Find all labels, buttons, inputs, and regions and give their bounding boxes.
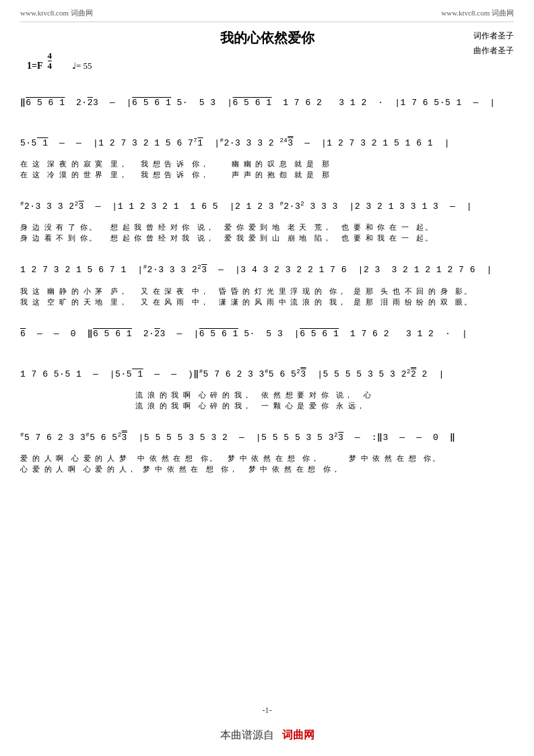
lyric-line-3b: 身 边 看 不 到 你。 想 起 你 曾 经 对 我 说， 爱 我 爱 到 山 …	[20, 233, 514, 243]
page-number: -1-	[0, 705, 534, 716]
header-left: www.ktvc8.com 词曲网	[20, 8, 93, 18]
gap-1	[20, 184, 514, 191]
header-right: www.ktvc8.com 词曲网	[441, 8, 514, 18]
footer-brand: 本曲谱源自 词曲网	[0, 728, 534, 743]
composer: 曲作者圣子	[473, 44, 514, 59]
gap-4	[20, 415, 514, 422]
lyric-line-2a: 在 这 深 夜 的 寂 寞 里， 我 想 告 诉 你， 幽 幽 的 叹 息 就 …	[20, 159, 514, 169]
music-section-1: ‖6 5 6 1 2·23 — |6 5 6 1 5· 5 3 |6 5 6 1…	[20, 77, 514, 118]
key-display: 1=F	[27, 61, 45, 71]
author-info: 词作者圣子 曲作者圣子	[473, 29, 514, 58]
lyric-line-6a: 流 浪 的 我 啊 心 碎 的 我， 依 然 想 要 对 你 说， 心	[20, 390, 514, 400]
lyric-line-6b: 流 浪 的 我 啊 心 碎 的 我， 一 颗 心 是 爱 你 永 远，	[20, 401, 514, 411]
time-signature: 4 4	[48, 51, 53, 71]
footer-text: 本曲谱源自	[220, 729, 274, 741]
music-section-3: #2·3 3 3 223 — |1 1 2 3 2 1 1 6 5 |2 1 2…	[20, 191, 514, 243]
lyric-line-3a: 身 边 没 有 了 你。 想 起 我 曾 经 对 你 说， 爱 你 爱 到 地 …	[20, 222, 514, 232]
title-section: 我的心依然爱你 词作者圣子 曲作者圣子	[20, 29, 514, 47]
header-bar: www.ktvc8.com 词曲网 www.ktvc8.com 词曲网	[20, 7, 514, 22]
music-line-6: 1 7 6 5·5 1 — |5·5 1 — — )‖#5 7 6 2 3 3#…	[20, 358, 514, 389]
music-section-6: 1 7 6 5·5 1 — |5·5 1 — — )‖#5 7 6 2 3 3#…	[20, 358, 514, 411]
lyricist: 词作者圣子	[473, 29, 514, 44]
lyric-line-7a: 爱 的 人 啊 心 爱 的 人 梦 中 依 然 在 想 你。 梦 中 依 然 在…	[20, 453, 514, 464]
song-title: 我的心依然爱你	[20, 29, 514, 47]
music-line-2: 5·5 1 — — |1 2 7 3 2 1 5 6 771 |#2·3 3 3…	[20, 127, 514, 158]
tempo: ♩= 55	[72, 61, 92, 71]
music-line-5: 6 — — 0 ‖6 5 6 1 2·23 — |6 5 6 1 5· 5 3 …	[20, 318, 514, 349]
music-section-2: 5·5 1 — — |1 2 7 3 2 1 5 6 771 |#2·3 3 3…	[20, 127, 514, 180]
brand-link[interactable]: 词曲网	[282, 729, 314, 741]
page: www.ktvc8.com 词曲网 www.ktvc8.com 词曲网 我的心依…	[0, 0, 534, 756]
gap-3	[20, 311, 514, 318]
music-line-4: 1 2 7 3 2 1 5 6 7 1 |#2·3 3 3 223 — |3 4…	[20, 254, 514, 285]
music-line-7: #5 7 6 2 3 3#5 6 523 |5 5 5 5 3 5 3 2 — …	[20, 422, 514, 453]
music-section-4: 1 2 7 3 2 1 5 6 7 1 |#2·3 3 3 223 — |3 4…	[20, 254, 514, 307]
lyric-line-2b: 在 这 冷 漠 的 世 界 里， 我 想 告 诉 你， 声 声 的 抱 怨 就 …	[20, 170, 514, 180]
music-line-1: ‖6 5 6 1 2·23 — |6 5 6 1 5· 5 3 |6 5 6 1…	[20, 77, 514, 118]
music-section-7: #5 7 6 2 3 3#5 6 523 |5 5 5 5 3 5 3 2 — …	[20, 422, 514, 474]
gap-2	[20, 247, 514, 254]
music-section-5: 6 — — 0 ‖6 5 6 1 2·23 — |6 5 6 1 5· 5 3 …	[20, 318, 514, 349]
lyric-line-4a: 我 这 幽 静 的 小 茅 庐， 又 在 深 夜 中， 昏 昏 的 灯 光 里 …	[20, 286, 514, 296]
lyric-line-4b: 我 这 空 旷 的 天 地 里， 又 在 风 雨 中， 潇 潇 的 风 雨 中 …	[20, 297, 514, 307]
music-line-3: #2·3 3 3 223 — |1 1 2 3 2 1 1 6 5 |2 1 2…	[20, 191, 514, 222]
lyric-line-7b: 心 爱 的 人 啊 心 爱 的 人， 梦 中 依 然 在 想 你， 梦 中 依 …	[20, 464, 514, 474]
notation-area: ‖6 5 6 1 2·23 — |6 5 6 1 5· 5 3 |6 5 6 1…	[20, 77, 514, 475]
